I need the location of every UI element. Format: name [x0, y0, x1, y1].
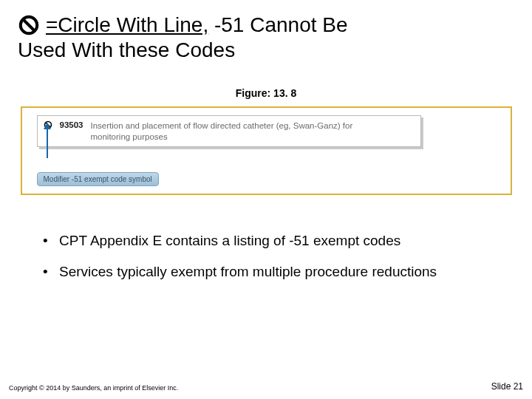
bullet-item: Services typically exempt from multiple … [43, 263, 499, 281]
slide-title-line1: =Circle With Line, -51 Cannot Be [18, 13, 514, 37]
bullet-item: CPT Appendix E contains a listing of -51… [43, 232, 499, 250]
code-entry: 93503 Insertion and placement of flow di… [37, 115, 421, 147]
slide-title-line2: Used With these Codes [18, 38, 514, 62]
figure-label: Figure: 13. 8 [18, 87, 514, 99]
title-underlined: =Circle With Line, [46, 13, 208, 36]
code-description: Insertion and placement of flow directed… [90, 120, 371, 142]
slide-number: Slide 21 [491, 381, 523, 392]
figure-box: 93503 Insertion and placement of flow di… [21, 106, 512, 195]
modifier-pill: Modifier -51 exempt code symbol [37, 172, 159, 186]
svg-line-1 [24, 20, 35, 31]
code-number: 93503 [60, 120, 83, 129]
arrow-icon [47, 129, 48, 158]
no-symbol-icon [18, 14, 40, 36]
copyright-text: Copyright © 2014 by Saunders, an imprint… [9, 384, 178, 392]
title-rest1: -51 Cannot Be [208, 13, 347, 36]
bullet-list: CPT Appendix E contains a listing of -51… [18, 232, 514, 281]
